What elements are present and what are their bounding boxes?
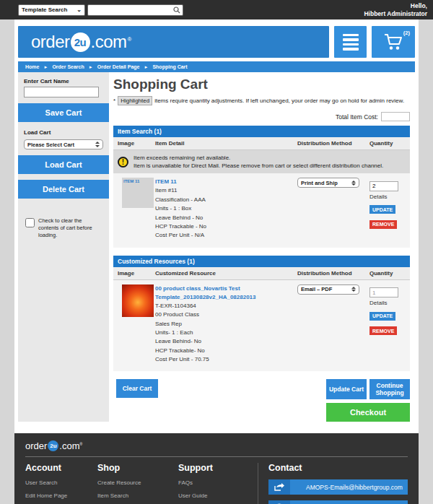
- total-item-cost-label: Total Item Cost:: [336, 113, 378, 121]
- site-footer: order 2u .com ® Account User Search Edit…: [14, 433, 419, 504]
- cart-button[interactable]: (2): [372, 26, 415, 58]
- load-cart-button[interactable]: Load Cart: [18, 155, 109, 174]
- order2u-logo: order 2u .com ®: [31, 32, 131, 52]
- item-detail-line: HCP Trackable - No: [155, 222, 293, 231]
- menu-button[interactable]: [334, 26, 367, 58]
- footer-link-user-guide[interactable]: User Guide: [178, 492, 258, 499]
- footer-logo-post: .com: [59, 440, 79, 451]
- item-distribution-value: Print and Ship: [301, 180, 338, 186]
- checkout-button[interactable]: Checkout: [326, 403, 410, 422]
- global-search-input[interactable]: [90, 6, 173, 13]
- cr-detail-line: Sales Rep: [155, 320, 293, 329]
- col-quantity: Quantity: [369, 270, 410, 277]
- cr-detail-line: T-EXR-1104364: [155, 302, 293, 310]
- phone-icon: [268, 500, 290, 504]
- cr-image-cell: [113, 284, 155, 365]
- warning-text: Item exceeds remaining net available. It…: [134, 154, 383, 170]
- total-item-cost-input[interactable]: [381, 112, 410, 121]
- col-distribution: Distribution Method: [297, 270, 369, 277]
- cart-main: Shopping Cart * Highlighted items requir…: [109, 72, 419, 422]
- item-detail-line: Classification - AAA: [155, 196, 293, 204]
- col-image: Image: [113, 140, 155, 147]
- cr-remove-button[interactable]: REMOVE: [369, 326, 397, 335]
- cr-detail-line: Cost Per Unit - 70.75: [155, 355, 293, 364]
- item-distribution-cell: Print and Ship: [297, 178, 369, 240]
- cr-detail-line: 00 Product Class: [155, 310, 293, 319]
- top-utility-bar: Template Search ⌄ Hello, Hibbert Adminis…: [0, 0, 433, 19]
- item-quantity-input[interactable]: [369, 181, 398, 191]
- footer-vertical-divider: [258, 463, 258, 504]
- item-details-link[interactable]: Details: [369, 194, 410, 200]
- item-row: ITEM 11 ITEM 11 Item #11 Classification …: [113, 173, 410, 247]
- customized-resources-header: Customized Resources (1): [113, 256, 410, 267]
- footer-link-user-search[interactable]: User Search: [25, 479, 97, 486]
- footer-shop-title: Shop: [97, 463, 178, 473]
- breadcrumb-shopping-cart[interactable]: Shopping Cart: [152, 64, 187, 69]
- cr-distribution-select[interactable]: Email – PDF: [297, 284, 359, 295]
- delete-cart-button[interactable]: Delete Cart: [18, 180, 109, 199]
- cr-title-line-1: 00 product class_Novartis Test: [155, 284, 293, 293]
- clear-before-load-checkbox[interactable]: [25, 218, 35, 227]
- item-detail-line: Units - 1 : Box: [155, 204, 293, 213]
- logo-post: .com: [91, 32, 127, 52]
- highlight-note: * Highlighted items require quantity adj…: [113, 96, 410, 105]
- footer-logo: order 2u .com ®: [25, 439, 408, 451]
- item-remove-button[interactable]: REMOVE: [369, 220, 397, 229]
- logo-banner[interactable]: order 2u .com ®: [18, 26, 329, 58]
- col-item-detail: Item Detail: [155, 140, 297, 147]
- breadcrumb-order-search[interactable]: Order Search: [52, 64, 84, 69]
- item-detail-line: Leave Behind - No: [155, 214, 293, 222]
- breadcrumb: Home ► Order Search ► Order Detail Page …: [18, 61, 415, 72]
- item-quantity-cell: Details UPDATE REMOVE: [369, 178, 410, 240]
- footer-account-column: Account User Search Edit Home Page Order…: [25, 463, 97, 504]
- item-distribution-select[interactable]: Print and Ship: [297, 178, 359, 188]
- contact-email-button[interactable]: AMOPS-Emails@hibbertgroup.com: [268, 479, 408, 495]
- search-icon[interactable]: [173, 6, 180, 14]
- breadcrumb-order-detail[interactable]: Order Detail Page: [97, 64, 140, 69]
- cr-thumbnail[interactable]: [122, 284, 154, 317]
- item-image-cell: ITEM 11: [113, 178, 155, 240]
- cart-actions: Clear Cart Update Cart Continue Shopping…: [113, 379, 410, 422]
- cr-title-link[interactable]: 00 product class_Novartis Test Template_…: [155, 284, 293, 302]
- item-detail-line: Cost Per Unit - N/A: [155, 231, 293, 240]
- footer-logo-circle: 2u: [48, 440, 58, 451]
- footer-account-title: Account: [25, 463, 97, 473]
- footer-registered-mark: ®: [80, 442, 83, 446]
- footer-link-create-resource[interactable]: Create Resource: [97, 479, 178, 486]
- continue-shopping-button[interactable]: Continue Shopping: [369, 379, 410, 399]
- chevron-down-icon: ⌄: [76, 6, 82, 13]
- note-asterisk: *: [113, 97, 115, 104]
- cart-name-input[interactable]: [24, 87, 99, 97]
- load-cart-label: Load Cart: [18, 128, 109, 138]
- footer-support-title: Support: [178, 463, 258, 473]
- footer-link-item-search[interactable]: Item Search: [97, 492, 178, 499]
- item-update-button[interactable]: UPDATE: [369, 205, 395, 214]
- contact-phone-button[interactable]: 1-888-410-7804: [268, 500, 408, 504]
- cr-details-link[interactable]: Details: [369, 300, 410, 306]
- load-cart-select-value: Please Select Cart: [27, 142, 74, 148]
- customized-resources-section: Customized Resources (1) Image Customize…: [113, 256, 410, 372]
- global-search-box: [87, 4, 183, 16]
- cart-count-badge: (2): [403, 30, 410, 36]
- cr-quantity-input[interactable]: [369, 287, 398, 297]
- cart-name-label: Enter Cart Name: [18, 77, 109, 87]
- breadcrumb-home[interactable]: Home: [25, 64, 39, 69]
- update-cart-button[interactable]: Update Cart: [326, 379, 367, 399]
- footer-shop-column: Shop Create Resource Item Search CR Sear…: [97, 463, 178, 504]
- load-cart-select[interactable]: Please Select Cart: [24, 139, 103, 149]
- select-arrows-icon: [351, 287, 356, 292]
- footer-contact-column: Contact AMOPS-Emails@hibbertgroup.com: [268, 463, 408, 504]
- logo-circle: 2u: [71, 32, 90, 52]
- footer-link-edit-home-page[interactable]: Edit Home Page: [25, 492, 97, 499]
- item-title-link[interactable]: ITEM 11: [155, 178, 293, 186]
- cr-update-button[interactable]: UPDATE: [369, 312, 395, 321]
- footer-link-faqs[interactable]: FAQs: [178, 479, 258, 486]
- item-search-header: Item Search (1): [113, 126, 410, 137]
- item-search-column-headers: Image Item Detail Distribution Method Qu…: [113, 137, 410, 150]
- search-type-dropdown[interactable]: Template Search ⌄: [18, 4, 85, 16]
- footer-logo-pre: order: [25, 440, 47, 451]
- greeting-hello: Hello,: [364, 2, 427, 10]
- item-thumbnail[interactable]: ITEM 11: [122, 178, 154, 208]
- save-cart-button[interactable]: Save Cart: [18, 103, 109, 122]
- clear-cart-button[interactable]: Clear Cart: [116, 379, 158, 398]
